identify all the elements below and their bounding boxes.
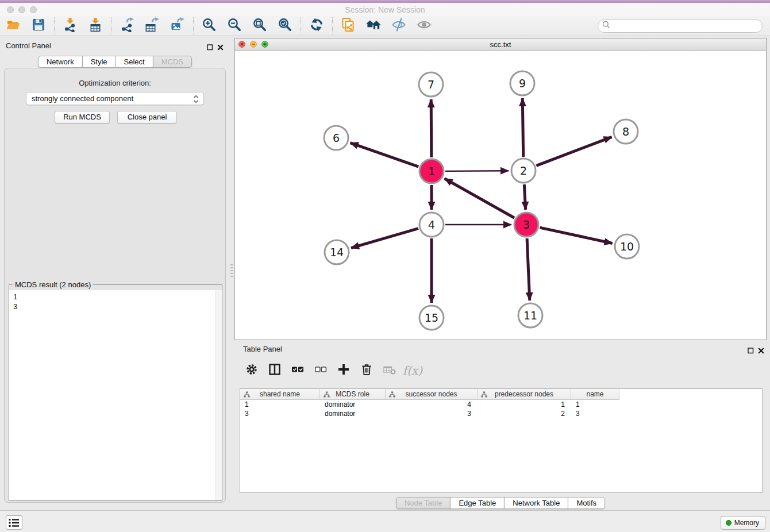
graph-node-7[interactable]: 7: [419, 72, 443, 97]
graph-node-1[interactable]: 1: [419, 159, 444, 183]
tab-node-table[interactable]: Node Table: [396, 497, 451, 509]
mcds-result-text: 1 3: [13, 292, 17, 311]
add-column-button[interactable]: [336, 363, 351, 378]
cell[interactable]: dominator: [320, 409, 386, 418]
table-row[interactable]: 3dominator323: [240, 409, 762, 418]
cell[interactable]: 3: [571, 409, 619, 418]
hide-selected-button[interactable]: [391, 18, 407, 34]
search-box[interactable]: [598, 20, 763, 33]
edge-1-2[interactable]: [445, 171, 509, 171]
new-network-from-selection-button[interactable]: [340, 18, 356, 34]
network-minimize-button[interactable]: [250, 40, 257, 50]
tab-network-table[interactable]: Network Table: [504, 497, 568, 509]
mcds-result-area[interactable]: 1 3: [9, 290, 222, 500]
column-header-successor-nodes[interactable]: successor nodes: [386, 389, 478, 400]
cell[interactable]: 2: [478, 409, 571, 418]
graph-node-4[interactable]: 4: [419, 213, 444, 237]
show-columns-button[interactable]: [267, 363, 282, 378]
column-header-MCDS-role[interactable]: MCDS role: [320, 389, 386, 400]
toolbar-group: [119, 18, 186, 34]
edge-3-1[interactable]: [445, 179, 515, 218]
close-panel-icon[interactable]: [217, 43, 224, 53]
cell[interactable]: 4: [386, 400, 478, 409]
graph-node-6[interactable]: 6: [324, 126, 348, 150]
tab-mcds[interactable]: MCDS: [153, 56, 192, 68]
graph-node-2[interactable]: 2: [511, 159, 536, 183]
export-image-button[interactable]: [170, 18, 186, 34]
table-toolbar: f(x): [244, 363, 420, 379]
show-all-button[interactable]: [416, 18, 432, 34]
export-network-button[interactable]: [119, 18, 135, 34]
optimization-criterion-select[interactable]: strongly connected component: [26, 92, 204, 105]
memory-button[interactable]: Memory: [721, 516, 765, 530]
graph-node-15[interactable]: 15: [419, 306, 444, 330]
graph-node-9[interactable]: 9: [510, 71, 534, 95]
search-input[interactable]: [613, 21, 762, 31]
tab-motifs[interactable]: Motifs: [568, 497, 605, 509]
vertical-splitter-handle[interactable]: [230, 264, 233, 277]
cell[interactable]: 3: [240, 409, 320, 418]
delete-column-button[interactable]: [359, 363, 374, 378]
import-table-button[interactable]: [87, 18, 103, 34]
edge-4-14[interactable]: [351, 229, 418, 248]
save-session-icon: [31, 17, 46, 34]
svg-text:10: 10: [620, 240, 634, 253]
first-neighbors-button[interactable]: [365, 18, 382, 34]
network-zoom-button[interactable]: [261, 40, 268, 50]
open-file-button[interactable]: [5, 18, 21, 34]
tab-style[interactable]: Style: [82, 56, 116, 68]
close-panel-icon[interactable]: [758, 346, 764, 356]
edge-3-11[interactable]: [527, 238, 530, 300]
network-canvas[interactable]: 1234678910111415: [235, 51, 766, 340]
cell[interactable]: dominator: [320, 400, 386, 409]
cell[interactable]: 1: [240, 400, 320, 409]
table-row[interactable]: 1dominator411: [240, 400, 762, 409]
network-window-titlebar[interactable]: scc.txt: [235, 38, 766, 51]
column-header-name[interactable]: name: [571, 389, 619, 400]
zoom-out-button[interactable]: [226, 18, 242, 34]
graph-node-14[interactable]: 14: [325, 240, 349, 264]
edge-1-6[interactable]: [351, 143, 419, 167]
zoom-fit-icon: [252, 17, 267, 34]
tab-select[interactable]: Select: [116, 56, 153, 68]
zoom-selected-button[interactable]: [277, 18, 293, 34]
select-all-icon: [291, 363, 305, 379]
select-all-button[interactable]: [290, 363, 305, 378]
run-mcds-button[interactable]: Run MCDS: [55, 111, 110, 124]
graph-node-10[interactable]: 10: [615, 234, 639, 259]
import-network-button[interactable]: [62, 18, 78, 34]
cell[interactable]: 1: [571, 400, 619, 409]
toolbar-group: [201, 18, 293, 34]
edge-1-7[interactable]: [431, 99, 432, 157]
zoom-fit-button[interactable]: [252, 18, 268, 34]
save-session-button[interactable]: [30, 18, 47, 34]
result-scrollbar[interactable]: [215, 290, 222, 500]
float-panel-icon[interactable]: [207, 43, 213, 53]
cell[interactable]: 1: [478, 400, 571, 409]
control-panel: Control Panel NetworkStyleSelectMCDS Opt…: [0, 38, 230, 507]
task-history-button[interactable]: [6, 515, 22, 530]
export-table-button[interactable]: [144, 18, 160, 34]
column-header-shared-name[interactable]: shared name: [240, 389, 320, 400]
apply-layout-button[interactable]: [309, 18, 325, 34]
node-table[interactable]: shared nameMCDS rolesuccessor nodesprede…: [240, 388, 763, 493]
edge-2-3[interactable]: [524, 184, 525, 210]
tree-column-icon: [244, 391, 250, 399]
cell[interactable]: 3: [386, 409, 478, 418]
close-panel-button[interactable]: Close panel: [117, 111, 177, 124]
column-header-predecessor-nodes[interactable]: predecessor nodes: [478, 389, 571, 400]
tab-edge-table[interactable]: Edge Table: [450, 497, 505, 509]
edge-2-8[interactable]: [536, 137, 611, 165]
edge-2-9[interactable]: [522, 98, 523, 157]
tab-network[interactable]: Network: [38, 56, 83, 68]
network-close-button[interactable]: [238, 40, 245, 50]
edge-3-10[interactable]: [540, 228, 613, 243]
graph-node-8[interactable]: 8: [614, 119, 638, 144]
deselect-all-button[interactable]: [313, 363, 328, 378]
float-panel-icon[interactable]: [748, 346, 754, 356]
toolbar-group: [340, 18, 432, 34]
table-settings-button[interactable]: [244, 363, 259, 378]
graph-node-3[interactable]: 3: [514, 213, 538, 237]
zoom-in-button[interactable]: [201, 18, 217, 34]
graph-node-11[interactable]: 11: [518, 303, 542, 327]
